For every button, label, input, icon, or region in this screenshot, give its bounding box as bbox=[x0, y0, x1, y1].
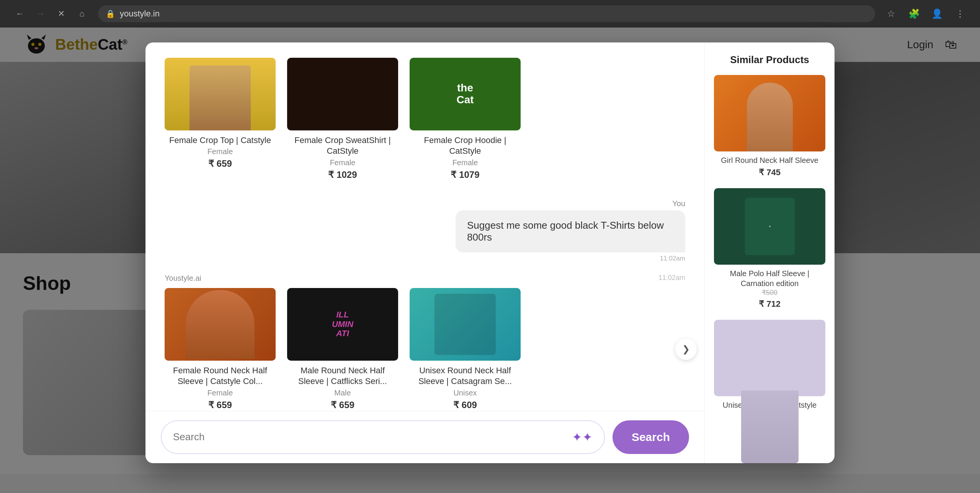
ai-product-price-2: ₹ 659 bbox=[287, 400, 398, 410]
ai-product-image-1 bbox=[165, 288, 276, 361]
search-input[interactable] bbox=[173, 431, 566, 443]
product-name-2: Female Crop SweatShirt | CatStyle bbox=[287, 135, 398, 157]
ai-product-name-1: Female Round Neck Half Sleeve | Catstyle… bbox=[165, 365, 276, 387]
forward-button[interactable]: → bbox=[32, 5, 49, 22]
chat-content: Female Crop Top | Catstyle Female ₹ 659 … bbox=[145, 42, 704, 411]
similar-product-price-2: ₹ 712 bbox=[714, 299, 825, 309]
similar-product-2[interactable]: Male Polo Half Sleeve | Carnation editio… bbox=[714, 188, 825, 309]
product-gender-3: Female bbox=[410, 158, 521, 167]
ai-response-time: 11:02am bbox=[658, 274, 685, 283]
ai-brand-label: Youstyle.ai bbox=[165, 274, 201, 283]
extensions-button[interactable]: 🧩 bbox=[906, 5, 923, 22]
similar-product-3[interactable]: Unisex Oversized | Catstyle Unisex ₹ 116… bbox=[714, 320, 825, 432]
user-label: You bbox=[672, 199, 685, 208]
address-icon: 🔒 bbox=[106, 9, 115, 18]
bookmark-button[interactable]: ☆ bbox=[883, 5, 900, 22]
similar-product-price-1: ₹ 745 bbox=[714, 168, 825, 177]
product-gender-1: Female bbox=[165, 147, 276, 156]
product-price-1: ₹ 659 bbox=[165, 158, 276, 169]
next-products-button[interactable]: ❯ bbox=[675, 338, 697, 360]
profile-button[interactable]: 👤 bbox=[929, 5, 946, 22]
user-message-text: Suggest me some good black T-Shirts belo… bbox=[467, 220, 664, 243]
user-message-container: Suggest me some good black T-Shirts belo… bbox=[165, 210, 685, 262]
modal-backdrop: Female Crop Top | Catstyle Female ₹ 659 … bbox=[0, 28, 980, 493]
search-button[interactable]: Search bbox=[612, 420, 689, 454]
ai-product-gender-3: Unisex bbox=[410, 389, 521, 397]
product-card-3[interactable]: theCat Female Crop Hoodie | CatStyle Fem… bbox=[410, 58, 521, 180]
ai-product-price-3: ₹ 609 bbox=[410, 400, 521, 410]
address-bar[interactable]: 🔒 youstyle.in bbox=[98, 5, 875, 22]
product-image-3: theCat bbox=[410, 58, 521, 130]
ai-product-image-3 bbox=[410, 288, 521, 361]
product-price-2: ₹ 1029 bbox=[287, 169, 398, 180]
product-card-2[interactable]: Female Crop SweatShirt | CatStyle Female… bbox=[287, 58, 398, 180]
similar-product-name-1: Girl Round Neck Half Sleeve bbox=[714, 155, 825, 165]
similar-product-1[interactable]: Girl Round Neck Half Sleeve ₹ 745 bbox=[714, 75, 825, 177]
similar-product-image-2 bbox=[714, 188, 825, 265]
product-price-3: ₹ 1079 bbox=[410, 169, 521, 180]
user-message-time: 11:02am bbox=[456, 255, 685, 262]
product-name-1: Female Crop Top | Catstyle bbox=[165, 135, 276, 146]
chat-input-area: ✦✦ Search bbox=[145, 411, 704, 463]
reload-button[interactable]: ✕ bbox=[53, 5, 70, 22]
product-image-2 bbox=[287, 58, 398, 130]
browser-chrome: ← → ✕ ⌂ 🔒 youstyle.in ☆ 🧩 👤 ⋮ bbox=[0, 0, 980, 28]
similar-products-title: Similar Products bbox=[714, 54, 825, 66]
home-button[interactable]: ⌂ bbox=[74, 5, 90, 22]
ai-product-price-1: ₹ 659 bbox=[165, 400, 276, 410]
ai-product-gender-1: Female bbox=[165, 389, 276, 397]
search-input-wrapper[interactable]: ✦✦ bbox=[161, 420, 605, 454]
similar-product-image-1 bbox=[714, 75, 825, 151]
ai-product-image-2: ILLUMINATI bbox=[287, 288, 398, 361]
top-product-row: Female Crop Top | Catstyle Female ₹ 659 … bbox=[165, 58, 685, 180]
similar-product-name-2: Male Polo Half Sleeve | Carnation editio… bbox=[714, 268, 825, 288]
user-message-bubble: Suggest me some good black T-Shirts belo… bbox=[456, 210, 685, 252]
product-gender-2: Female bbox=[287, 158, 398, 167]
ai-response-container: Youstyle.ai 11:02am bbox=[165, 274, 685, 410]
product-image-1 bbox=[165, 58, 276, 130]
address-url: youstyle.in bbox=[120, 9, 160, 19]
browser-actions: ☆ 🧩 👤 ⋮ bbox=[883, 5, 969, 22]
ai-products-row: Female Round Neck Half Sleeve | Catstyle… bbox=[165, 288, 685, 410]
chat-main-area: Female Crop Top | Catstyle Female ₹ 659 … bbox=[145, 42, 704, 463]
ai-product-gender-2: Male bbox=[287, 389, 398, 397]
similar-product-image-3 bbox=[714, 320, 825, 396]
browser-navigation: ← → ✕ ⌂ bbox=[11, 5, 90, 22]
similar-products-sidebar: Similar Products Girl Round Neck Half Sl… bbox=[704, 42, 835, 463]
product-name-3: Female Crop Hoodie | CatStyle bbox=[410, 135, 521, 157]
product-card-1[interactable]: Female Crop Top | Catstyle Female ₹ 659 bbox=[165, 58, 276, 180]
ai-product-card-3[interactable]: Unisex Round Neck Half Sleeve | Catsagra… bbox=[410, 288, 521, 410]
ai-product-section: Female Round Neck Half Sleeve | Catstyle… bbox=[165, 288, 685, 410]
menu-button[interactable]: ⋮ bbox=[952, 5, 969, 22]
ai-product-card-2[interactable]: ILLUMINATI Male Round Neck Half Sleeve |… bbox=[287, 288, 398, 410]
ai-product-name-3: Unisex Round Neck Half Sleeve | Catsagra… bbox=[410, 365, 521, 387]
chat-modal: Female Crop Top | Catstyle Female ₹ 659 … bbox=[145, 42, 835, 463]
ai-product-card-1[interactable]: Female Round Neck Half Sleeve | Catstyle… bbox=[165, 288, 276, 410]
ai-product-name-2: Male Round Neck Half Sleeve | Catflicks … bbox=[287, 365, 398, 387]
sparkle-icon: ✦✦ bbox=[572, 430, 593, 444]
back-button[interactable]: ← bbox=[11, 5, 28, 22]
ai-label-row: Youstyle.ai 11:02am bbox=[165, 274, 685, 283]
similar-product-original-price-2: ₹500 bbox=[714, 288, 825, 297]
